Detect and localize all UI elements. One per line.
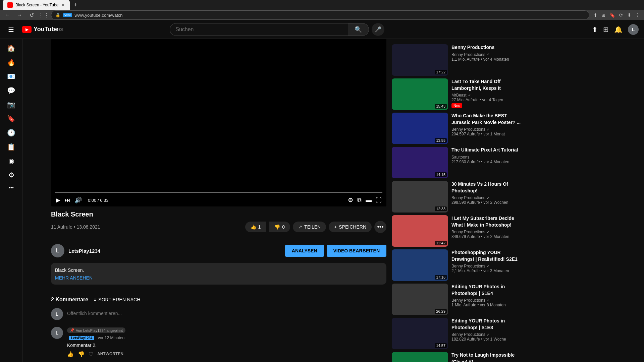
user-avatar: L: [51, 308, 63, 320]
theater-button[interactable]: ▬: [365, 196, 372, 204]
comment-like-button[interactable]: 👍: [67, 351, 74, 357]
commenter-avatar[interactable]: L: [51, 327, 63, 339]
youtube-logo-icon: ▶: [22, 26, 32, 33]
controls-row: ▶ ⏭ 🔊 0:00 / 6:33 ⚙ ⧉ ▬ ⛶: [55, 196, 382, 204]
rec-channel: MrBeast ✓: [451, 93, 523, 98]
sidebar-item-mail[interactable]: 📧: [0, 70, 22, 83]
comment-content: 📌 Von LetsPlay1234 angepinnt LetsPlay123…: [67, 327, 386, 358]
rec-duration: 14:57: [435, 343, 447, 348]
video-player[interactable]: ⏸ ▶ ⏭ 🔊 0:00 / 6:33 ⚙ ⧉ ▬: [51, 25, 386, 206]
comment-heart-button[interactable]: ♡: [89, 351, 93, 357]
sidebar-item-settings[interactable]: ⚙: [0, 168, 22, 182]
rec-item[interactable]: 14:57 Editing YOUR Photos in Photoshop! …: [392, 318, 524, 349]
sidebar-item-home[interactable]: 🏠: [0, 42, 22, 55]
settings-button[interactable]: ⚙: [347, 196, 354, 204]
rec-title: I Let My Subscribers Decide What I Make …: [451, 215, 523, 228]
volume-button[interactable]: 🔊: [74, 196, 83, 204]
forward-button[interactable]: →: [15, 10, 24, 20]
rec-channel: Benny Productions ✓: [451, 230, 523, 234]
toolbar-upload-btn[interactable]: ⬆: [592, 11, 599, 19]
user-avatar-button[interactable]: L: [628, 24, 639, 35]
video-screen: [51, 25, 386, 206]
next-button[interactable]: ⏭: [64, 196, 71, 204]
miniplayer-button[interactable]: ⧉: [357, 196, 362, 204]
sidebar-item-playlist[interactable]: 📋: [0, 140, 22, 154]
play-button[interactable]: ▶: [55, 196, 61, 204]
dislike-count: 0: [282, 224, 285, 230]
toolbar-grid-btn[interactable]: ⊞: [600, 11, 607, 19]
comment-input[interactable]: [67, 308, 386, 319]
rec-item[interactable]: 26:29 Editing YOUR Photos in Photoshop! …: [392, 284, 524, 315]
channel-avatar[interactable]: L: [51, 244, 64, 257]
rec-title: 30 Minutes Vs 2 Hours Of Photoshop!: [451, 181, 523, 194]
analyze-button[interactable]: ANALYSEN: [285, 245, 324, 257]
rec-info: Try Not to Laugh Impossible (Clean) #1 B…: [451, 352, 524, 362]
sidebar-item-history[interactable]: 🕐: [0, 126, 22, 139]
save-label: SPEICHERN: [339, 224, 366, 230]
rec-item[interactable]: Try Not to Laugh Impossible (Clean) #1 B…: [392, 352, 524, 362]
rec-thumbnail: 17:16: [392, 249, 448, 281]
rec-stats: 2,1 Mio. Aufrufe • vor 3 Monaten: [451, 268, 523, 273]
channel-name[interactable]: LetsPlay1234: [68, 248, 100, 254]
sort-label: SORTIEREN NACH: [98, 297, 140, 302]
rec-item[interactable]: 15:43 Last To Take Hand Off Lamborghini,…: [392, 78, 524, 110]
rec-duration: 17:22: [435, 70, 447, 74]
comment-dislike-button[interactable]: 👎: [78, 351, 85, 357]
hamburger-button[interactable]: ☰: [5, 23, 17, 36]
upload-button[interactable]: ⬆: [592, 25, 598, 34]
reply-button[interactable]: ANTWORTEN: [97, 350, 123, 358]
rec-item[interactable]: 17:22 Benny Productions Benny Production…: [392, 44, 524, 76]
comment-author-row: LetsPlay1234 vor 12 Minuten: [67, 335, 386, 341]
rec-item[interactable]: 14:15 The Ultimate Pixel Art Tutorial Sa…: [392, 147, 524, 178]
notifications-button[interactable]: 🔔: [614, 25, 623, 34]
sidebar-item-camera[interactable]: 📷: [0, 98, 22, 111]
dislike-button[interactable]: 👎 0: [269, 222, 290, 232]
like-button[interactable]: 👍 1: [245, 222, 267, 232]
sidebar-item-more[interactable]: •••: [0, 182, 22, 193]
share-button[interactable]: ↗ TEILEN: [293, 222, 326, 232]
sidebar-item-circle[interactable]: ◉: [0, 154, 22, 168]
toolbar-bookmark-btn[interactable]: 🔖: [608, 11, 616, 19]
grid-button[interactable]: ⋮⋮: [39, 10, 48, 20]
address-bar[interactable]: 🔒 VPN www.youtube.com/watch: [51, 10, 589, 20]
sort-button[interactable]: ≡ SORTIEREN NACH: [94, 297, 140, 302]
rec-item[interactable]: 17:16 Photoshopping YOUR Drawings! | Rea…: [392, 249, 524, 281]
rec-thumbnail: 12:42: [392, 215, 448, 247]
active-tab[interactable]: Black Screen - YouTube ✕: [3, 0, 70, 10]
tab-close-btn[interactable]: ✕: [61, 2, 65, 8]
search-input[interactable]: [170, 23, 348, 36]
fullscreen-button[interactable]: ⛶: [375, 196, 382, 204]
rec-thumbnail: 15:43: [392, 78, 448, 110]
refresh-button[interactable]: ↺: [27, 10, 36, 20]
rec-item[interactable]: 13:55 Who Can Make the BEST Jurassic Par…: [392, 113, 524, 144]
show-more-button[interactable]: MEHR ANSEHEN: [55, 275, 382, 281]
toolbar-download-btn[interactable]: ⬇: [626, 11, 633, 19]
rec-channel: Benny Productions ✓: [451, 332, 523, 337]
mic-button[interactable]: 🎤: [372, 23, 384, 36]
apps-button[interactable]: ⊞: [603, 25, 609, 34]
toolbar-refresh2-btn[interactable]: ⟳: [618, 11, 625, 19]
search-button[interactable]: 🔍: [348, 23, 369, 36]
toolbar-more-btn[interactable]: ⋮: [634, 11, 641, 19]
save-button[interactable]: + SPEICHERN: [329, 222, 372, 232]
camera-icon: 📷: [7, 101, 15, 109]
edit-video-button[interactable]: VIDEO BEARBEITEN: [327, 245, 386, 257]
rec-channel: Benny Productions ✓: [451, 298, 523, 303]
rec-item[interactable]: 12:42 I Let My Subscribers Decide What I…: [392, 215, 524, 247]
sidebar-item-chat[interactable]: 💬: [0, 84, 22, 97]
youtube-logo[interactable]: ▶ YouTube DE: [22, 26, 63, 33]
sidebar-item-bookmarks[interactable]: 🔖: [0, 112, 22, 125]
rec-item[interactable]: 12:33 30 Minutes Vs 2 Hours Of Photoshop…: [392, 181, 524, 213]
sidebar-item-explore[interactable]: 🔥: [0, 56, 22, 69]
progress-bar[interactable]: [55, 192, 382, 193]
more-actions-button[interactable]: •••: [374, 221, 386, 233]
video-title: Black Screen: [51, 210, 386, 218]
rec-stats: 204.597 Aufrufe • vor 1 Monat: [451, 132, 523, 136]
rec-title: Last To Take Hand Off Lamborghini, Keeps…: [451, 78, 523, 92]
rec-thumbnail: 13:55: [392, 113, 448, 144]
back-button[interactable]: ←: [3, 10, 12, 20]
verified-icon: ✓: [468, 93, 471, 98]
rec-title: Try Not to Laugh Impossible (Clean) #1: [451, 352, 523, 362]
new-tab-button[interactable]: +: [71, 0, 80, 10]
rec-thumbnail: [392, 352, 448, 362]
